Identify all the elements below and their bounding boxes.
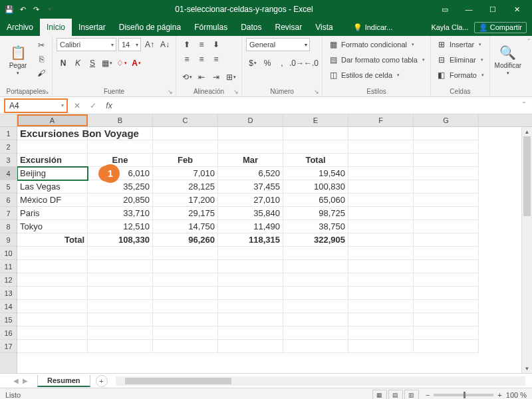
vertical-scrollbar[interactable]: ▲ ▼ bbox=[521, 127, 532, 373]
cells-area[interactable]: Excursiones Bon VoyageExcursiónEneFebMar… bbox=[17, 127, 532, 353]
cell-D13[interactable] bbox=[218, 287, 283, 300]
cell-E10[interactable] bbox=[283, 247, 348, 260]
cell-A11[interactable] bbox=[17, 260, 88, 273]
cell-D8[interactable]: 11,490 bbox=[218, 220, 283, 233]
cell-F6[interactable] bbox=[348, 194, 414, 207]
cell-E11[interactable] bbox=[283, 260, 348, 273]
cell-B17[interactable] bbox=[88, 340, 153, 353]
font-color-button[interactable]: A bbox=[130, 57, 143, 70]
view-page-layout-button[interactable]: ▤ bbox=[388, 390, 403, 399]
cell-C14[interactable] bbox=[153, 300, 218, 313]
cell-G4[interactable] bbox=[414, 167, 479, 180]
cell-A6[interactable]: México DF bbox=[17, 194, 88, 207]
cell-A9[interactable]: Total bbox=[17, 233, 88, 247]
row-header-7[interactable]: 7 bbox=[0, 207, 17, 220]
cell-C3[interactable]: Feb bbox=[153, 154, 218, 167]
column-header-g[interactable]: G bbox=[414, 114, 479, 126]
font-name-select[interactable]: Calibri bbox=[57, 38, 116, 51]
insert-cells-button[interactable]: ⊞Insertar bbox=[435, 38, 483, 51]
align-top-button[interactable]: ⬆ bbox=[180, 38, 194, 51]
cell-F3[interactable] bbox=[348, 154, 414, 167]
cell-B8[interactable]: 12,510 bbox=[88, 220, 153, 233]
sheet-tab-resumen[interactable]: Resumen bbox=[37, 375, 90, 387]
row-header-16[interactable]: 16 bbox=[0, 327, 17, 340]
row-header-10[interactable]: 10 bbox=[0, 247, 17, 260]
cell-B9[interactable]: 108,330 bbox=[88, 233, 153, 247]
format-as-table-button[interactable]: ▤Dar formato como tabla bbox=[327, 53, 426, 66]
cell-C9[interactable]: 96,260 bbox=[153, 233, 218, 247]
tab-diseno-pagina[interactable]: Diseño de página bbox=[112, 19, 188, 36]
tab-vista[interactable]: Vista bbox=[309, 19, 339, 36]
cell-A14[interactable] bbox=[17, 300, 88, 313]
cell-G16[interactable] bbox=[414, 327, 479, 340]
cell-F1[interactable] bbox=[348, 127, 414, 140]
column-header-e[interactable]: E bbox=[283, 114, 348, 126]
maximize-icon[interactable]: ☐ bbox=[481, 3, 504, 16]
decrease-font-button[interactable]: A↓ bbox=[158, 38, 172, 51]
cell-D16[interactable] bbox=[218, 327, 283, 340]
cell-B2[interactable] bbox=[88, 140, 153, 154]
minimize-icon[interactable]: — bbox=[458, 3, 480, 16]
cell-E13[interactable] bbox=[283, 287, 348, 300]
format-painter-button[interactable]: 🖌 bbox=[35, 67, 48, 79]
cell-G8[interactable] bbox=[414, 220, 479, 233]
cell-G15[interactable] bbox=[414, 313, 479, 327]
cell-E12[interactable] bbox=[283, 273, 348, 287]
user-name[interactable]: Kayla Cla... bbox=[431, 23, 468, 31]
cell-C13[interactable] bbox=[153, 287, 218, 300]
cell-G5[interactable] bbox=[414, 180, 479, 194]
expand-formula-bar-icon[interactable]: ˇ bbox=[516, 99, 532, 112]
cancel-formula-icon[interactable]: ✕ bbox=[69, 99, 85, 112]
sheet-next-icon[interactable]: ▶ bbox=[23, 377, 28, 384]
cell-G7[interactable] bbox=[414, 207, 479, 220]
scroll-thumb[interactable] bbox=[523, 136, 531, 216]
cell-C16[interactable] bbox=[153, 327, 218, 340]
tab-revisar[interactable]: Revisar bbox=[269, 19, 309, 36]
row-header-3[interactable]: 3 bbox=[0, 154, 17, 167]
cell-F13[interactable] bbox=[348, 287, 414, 300]
decrease-decimal-button[interactable]: ←.0 bbox=[305, 57, 318, 70]
row-header-2[interactable]: 2 bbox=[0, 140, 17, 154]
cell-G14[interactable] bbox=[414, 300, 479, 313]
increase-indent-button[interactable]: ⇥ bbox=[209, 70, 223, 84]
cell-F14[interactable] bbox=[348, 300, 414, 313]
cell-D7[interactable]: 35,840 bbox=[218, 207, 283, 220]
ribbon-options-icon[interactable]: ▭ bbox=[434, 3, 456, 16]
decrease-indent-button[interactable]: ⇤ bbox=[195, 70, 208, 84]
qat-customize-icon[interactable] bbox=[44, 4, 55, 15]
cell-A5[interactable]: Las Vegas bbox=[17, 180, 88, 194]
horizontal-scrollbar[interactable] bbox=[116, 376, 525, 386]
percent-button[interactable]: % bbox=[261, 57, 274, 70]
align-middle-button[interactable]: ≡ bbox=[195, 38, 208, 51]
row-header-4[interactable]: 4 bbox=[0, 167, 17, 180]
cell-E8[interactable]: 38,750 bbox=[283, 220, 348, 233]
tell-me[interactable]: 💡 Indicar... bbox=[353, 19, 393, 36]
cell-A10[interactable] bbox=[17, 247, 88, 260]
scroll-up-icon[interactable]: ▲ bbox=[522, 127, 532, 136]
cell-B12[interactable] bbox=[88, 273, 153, 287]
column-header-b[interactable]: B bbox=[88, 114, 153, 126]
cell-B13[interactable] bbox=[88, 287, 153, 300]
row-header-9[interactable]: 9 bbox=[0, 233, 17, 247]
align-right-button[interactable]: ≡ bbox=[209, 53, 223, 66]
cell-C10[interactable] bbox=[153, 247, 218, 260]
hscroll-thumb[interactable] bbox=[125, 378, 231, 384]
increase-decimal-button[interactable]: .0→ bbox=[290, 57, 303, 70]
find-select-button[interactable]: 🔍 Modificar ▾ bbox=[494, 38, 522, 82]
bold-button[interactable]: N bbox=[57, 57, 70, 70]
cell-D4[interactable]: 6,520 bbox=[218, 167, 283, 180]
cell-styles-button[interactable]: ◫Estilos de celda bbox=[327, 68, 401, 82]
enter-formula-icon[interactable]: ✓ bbox=[85, 99, 101, 112]
alignment-launcher-icon[interactable]: ↘ bbox=[233, 88, 239, 95]
cell-B11[interactable] bbox=[88, 260, 153, 273]
cell-F11[interactable] bbox=[348, 260, 414, 273]
cell-C1[interactable] bbox=[153, 127, 218, 140]
orientation-button[interactable]: ⟲ bbox=[180, 70, 194, 84]
cell-G9[interactable] bbox=[414, 233, 479, 247]
cell-G11[interactable] bbox=[414, 260, 479, 273]
insert-function-button[interactable]: fx bbox=[101, 99, 117, 112]
cell-C15[interactable] bbox=[153, 313, 218, 327]
cell-E5[interactable]: 100,830 bbox=[283, 180, 348, 194]
cell-F12[interactable] bbox=[348, 273, 414, 287]
cell-E15[interactable] bbox=[283, 313, 348, 327]
